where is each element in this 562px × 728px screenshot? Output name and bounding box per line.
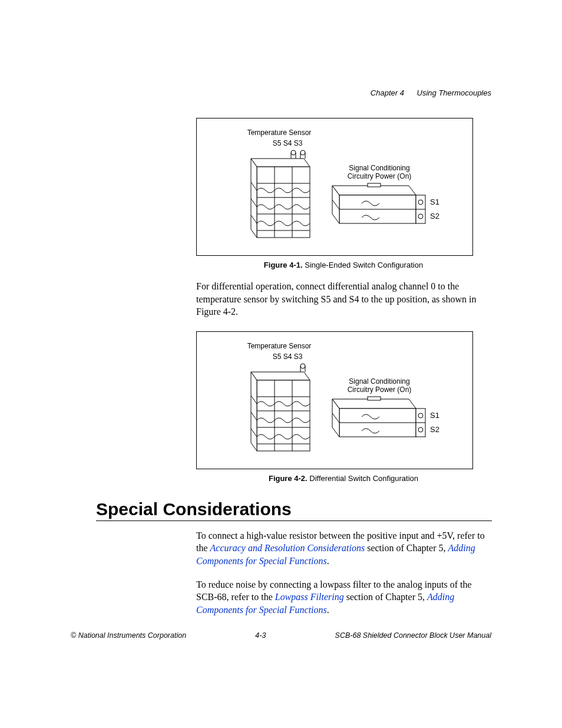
paragraph-diff-operation: For differential operation, connect diff… bbox=[196, 280, 491, 318]
footer-page-number: 4-3 bbox=[255, 631, 266, 640]
figure-4-1-box: Temperature Sensor S5 S4 S3 bbox=[196, 118, 473, 256]
chapter-title: Using Thermocouples bbox=[417, 88, 491, 97]
figure-4-1-svg: Temperature Sensor S5 S4 S3 bbox=[203, 124, 467, 248]
figure-4-2-caption: Figure 4-2. Differential Switch Configur… bbox=[196, 474, 491, 483]
p3-post: . bbox=[327, 605, 329, 615]
svg-point-49 bbox=[418, 427, 423, 432]
fig1-s2-label: S2 bbox=[430, 212, 439, 220]
svg-marker-13 bbox=[251, 159, 257, 238]
p2-mid: section of Chapter 5, bbox=[365, 543, 448, 553]
svg-rect-7 bbox=[257, 167, 310, 238]
figure-4-2-box: Temperature Sensor S5 S4 S3 bbox=[196, 331, 473, 469]
footer-manual-title: SCB-68 Shielded Connector Block User Man… bbox=[335, 631, 491, 640]
fig2-sigcond-line1: Signal Conditioning bbox=[349, 377, 409, 386]
svg-point-2 bbox=[300, 150, 305, 155]
fig1-sigcond-line2: Circuitry Power (On) bbox=[348, 172, 412, 180]
svg-rect-18 bbox=[368, 183, 381, 187]
fig2-s2-label: S2 bbox=[430, 425, 439, 434]
svg-marker-38 bbox=[251, 372, 257, 451]
section-rule bbox=[96, 521, 492, 521]
chapter-label: Chapter 4 bbox=[371, 88, 404, 97]
fig1-s1-label: S1 bbox=[430, 197, 439, 206]
fig1-sigcond-line1: Signal Conditioning bbox=[349, 164, 409, 172]
fig1-caption-label: Figure 4-1. bbox=[264, 261, 303, 269]
fig1-temp-label: Temperature Sensor bbox=[247, 129, 312, 137]
svg-point-23 bbox=[418, 200, 423, 205]
svg-rect-31 bbox=[257, 380, 310, 451]
fig2-caption-text: Differential Switch Configuration bbox=[308, 474, 418, 483]
fig2-caption-label: Figure 4-2. bbox=[269, 474, 308, 483]
svg-point-1 bbox=[291, 150, 296, 155]
svg-marker-27 bbox=[251, 372, 310, 380]
page-footer: © National Instruments Corporation 4-3 S… bbox=[71, 631, 491, 640]
fig2-switch-labels: S5 S4 S3 bbox=[273, 353, 303, 361]
fig1-caption-text: Single-Ended Switch Configuration bbox=[303, 261, 424, 269]
fig2-sigcond-line2: Circuitry Power (On) bbox=[348, 386, 412, 394]
paragraph-lowpass: To reduce noise by connecting a lowpass … bbox=[196, 578, 491, 617]
svg-marker-0 bbox=[251, 159, 310, 167]
svg-point-48 bbox=[418, 413, 423, 418]
link-lowpass-filtering[interactable]: Lowpass Filtering bbox=[275, 592, 344, 602]
footer-copyright: © National Instruments Corporation bbox=[71, 631, 186, 640]
section-block: Special Considerations bbox=[96, 499, 491, 521]
svg-rect-43 bbox=[368, 397, 381, 400]
fig2-temp-label: Temperature Sensor bbox=[247, 342, 312, 350]
figure-4-2-svg: Temperature Sensor S5 S4 S3 bbox=[203, 338, 467, 462]
section-heading: Special Considerations bbox=[96, 499, 491, 519]
paragraph-resistor: To connect a high-value resistor between… bbox=[196, 529, 491, 568]
fig2-s1-label: S1 bbox=[430, 411, 439, 420]
svg-point-24 bbox=[418, 214, 423, 219]
p2-post: . bbox=[327, 556, 329, 566]
fig1-switch-labels: S5 S4 S3 bbox=[273, 139, 303, 147]
p3-mid: section of Chapter 5, bbox=[344, 592, 427, 602]
figure-4-1-caption: Figure 4-1. Single-Ended Switch Configur… bbox=[196, 261, 491, 269]
link-accuracy-resolution[interactable]: Accuracy and Resolution Considerations bbox=[210, 543, 365, 553]
svg-point-28 bbox=[300, 364, 305, 368]
running-header: Chapter 4 Using Thermocouples bbox=[371, 88, 491, 97]
